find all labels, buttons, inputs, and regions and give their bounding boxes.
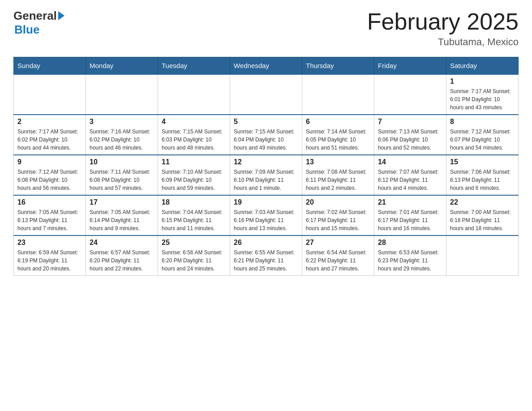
calendar-cell bbox=[86, 74, 158, 115]
day-info: Sunrise: 7:17 AM Sunset: 6:01 PM Dayligh… bbox=[450, 87, 515, 111]
day-info: Sunrise: 7:01 AM Sunset: 6:17 PM Dayligh… bbox=[378, 208, 442, 232]
day-number: 28 bbox=[378, 239, 442, 247]
day-info: Sunrise: 7:15 AM Sunset: 6:03 PM Dayligh… bbox=[162, 128, 226, 152]
day-info: Sunrise: 7:04 AM Sunset: 6:15 PM Dayligh… bbox=[162, 208, 226, 232]
day-number: 1 bbox=[450, 77, 515, 86]
logo: General Blue bbox=[13, 9, 64, 37]
month-title: February 2025 bbox=[367, 9, 519, 34]
day-number: 26 bbox=[234, 239, 298, 247]
day-number: 19 bbox=[234, 198, 298, 206]
day-number: 15 bbox=[450, 158, 515, 166]
calendar-cell: 10Sunrise: 7:11 AM Sunset: 6:08 PM Dayli… bbox=[86, 155, 158, 195]
day-info: Sunrise: 7:06 AM Sunset: 6:13 PM Dayligh… bbox=[450, 168, 515, 192]
page-header: General Blue February 2025 Tubutama, Mex… bbox=[13, 9, 519, 48]
day-info: Sunrise: 6:53 AM Sunset: 6:23 PM Dayligh… bbox=[378, 248, 442, 273]
day-number: 5 bbox=[234, 118, 298, 126]
day-number: 13 bbox=[306, 158, 370, 166]
day-number: 11 bbox=[162, 158, 226, 166]
day-number: 12 bbox=[234, 158, 298, 166]
logo-arrow-icon bbox=[58, 11, 64, 20]
calendar-cell: 23Sunrise: 6:59 AM Sunset: 6:19 PM Dayli… bbox=[14, 235, 86, 276]
calendar-cell: 11Sunrise: 7:10 AM Sunset: 6:09 PM Dayli… bbox=[158, 155, 230, 195]
day-number: 27 bbox=[306, 239, 370, 247]
day-info: Sunrise: 7:12 AM Sunset: 6:07 PM Dayligh… bbox=[450, 128, 515, 152]
day-info: Sunrise: 7:05 AM Sunset: 6:13 PM Dayligh… bbox=[17, 208, 82, 232]
col-header-tuesday: Tuesday bbox=[158, 57, 230, 75]
logo-general-text: General bbox=[13, 9, 57, 23]
calendar-cell: 3Sunrise: 7:16 AM Sunset: 6:02 PM Daylig… bbox=[86, 115, 158, 155]
day-number: 23 bbox=[17, 239, 82, 247]
day-number: 2 bbox=[17, 118, 82, 126]
day-info: Sunrise: 7:00 AM Sunset: 6:18 PM Dayligh… bbox=[450, 208, 515, 232]
week-row-1: 1Sunrise: 7:17 AM Sunset: 6:01 PM Daylig… bbox=[14, 74, 519, 115]
col-header-saturday: Saturday bbox=[446, 57, 519, 75]
day-info: Sunrise: 6:56 AM Sunset: 6:20 PM Dayligh… bbox=[162, 248, 226, 273]
calendar-cell bbox=[446, 235, 519, 276]
day-number: 14 bbox=[378, 158, 442, 166]
calendar-header-row: SundayMondayTuesdayWednesdayThursdayFrid… bbox=[14, 57, 519, 75]
day-number: 21 bbox=[378, 198, 442, 206]
calendar-cell bbox=[374, 74, 446, 115]
day-number: 22 bbox=[450, 198, 515, 206]
calendar-cell bbox=[230, 74, 302, 115]
col-header-thursday: Thursday bbox=[302, 57, 374, 75]
calendar-cell: 4Sunrise: 7:15 AM Sunset: 6:03 PM Daylig… bbox=[158, 115, 230, 155]
col-header-monday: Monday bbox=[86, 57, 158, 75]
day-info: Sunrise: 7:05 AM Sunset: 6:14 PM Dayligh… bbox=[90, 208, 154, 232]
week-row-5: 23Sunrise: 6:59 AM Sunset: 6:19 PM Dayli… bbox=[14, 235, 519, 276]
calendar-cell bbox=[302, 74, 374, 115]
day-number: 10 bbox=[90, 158, 154, 166]
day-info: Sunrise: 7:09 AM Sunset: 6:10 PM Dayligh… bbox=[234, 168, 298, 192]
col-header-wednesday: Wednesday bbox=[230, 57, 302, 75]
location-text: Tubutama, Mexico bbox=[367, 36, 519, 48]
week-row-2: 2Sunrise: 7:17 AM Sunset: 6:02 PM Daylig… bbox=[14, 115, 519, 155]
day-info: Sunrise: 7:02 AM Sunset: 6:17 PM Dayligh… bbox=[306, 208, 370, 232]
calendar-cell: 9Sunrise: 7:12 AM Sunset: 6:08 PM Daylig… bbox=[14, 155, 86, 195]
calendar-cell: 13Sunrise: 7:08 AM Sunset: 6:11 PM Dayli… bbox=[302, 155, 374, 195]
calendar-table: SundayMondayTuesdayWednesdayThursdayFrid… bbox=[13, 57, 519, 276]
calendar-cell: 1Sunrise: 7:17 AM Sunset: 6:01 PM Daylig… bbox=[446, 74, 519, 115]
day-info: Sunrise: 7:14 AM Sunset: 6:05 PM Dayligh… bbox=[306, 128, 370, 152]
day-number: 20 bbox=[306, 198, 370, 206]
week-row-4: 16Sunrise: 7:05 AM Sunset: 6:13 PM Dayli… bbox=[14, 195, 519, 235]
day-info: Sunrise: 6:57 AM Sunset: 6:20 PM Dayligh… bbox=[90, 248, 154, 273]
day-info: Sunrise: 7:07 AM Sunset: 6:12 PM Dayligh… bbox=[378, 168, 442, 192]
week-row-3: 9Sunrise: 7:12 AM Sunset: 6:08 PM Daylig… bbox=[14, 155, 519, 195]
day-info: Sunrise: 7:13 AM Sunset: 6:06 PM Dayligh… bbox=[378, 128, 442, 152]
calendar-cell: 25Sunrise: 6:56 AM Sunset: 6:20 PM Dayli… bbox=[158, 235, 230, 276]
day-number: 9 bbox=[17, 158, 82, 166]
col-header-sunday: Sunday bbox=[14, 57, 86, 75]
day-number: 16 bbox=[17, 198, 82, 206]
calendar-cell: 17Sunrise: 7:05 AM Sunset: 6:14 PM Dayli… bbox=[86, 195, 158, 235]
day-info: Sunrise: 7:10 AM Sunset: 6:09 PM Dayligh… bbox=[162, 168, 226, 192]
day-number: 3 bbox=[90, 118, 154, 126]
day-number: 25 bbox=[162, 239, 226, 247]
calendar-cell: 18Sunrise: 7:04 AM Sunset: 6:15 PM Dayli… bbox=[158, 195, 230, 235]
calendar-cell: 2Sunrise: 7:17 AM Sunset: 6:02 PM Daylig… bbox=[14, 115, 86, 155]
day-info: Sunrise: 6:55 AM Sunset: 6:21 PM Dayligh… bbox=[234, 248, 298, 273]
day-number: 7 bbox=[378, 118, 442, 126]
day-number: 24 bbox=[90, 239, 154, 247]
calendar-cell: 20Sunrise: 7:02 AM Sunset: 6:17 PM Dayli… bbox=[302, 195, 374, 235]
col-header-friday: Friday bbox=[374, 57, 446, 75]
calendar-cell: 7Sunrise: 7:13 AM Sunset: 6:06 PM Daylig… bbox=[374, 115, 446, 155]
day-info: Sunrise: 7:03 AM Sunset: 6:16 PM Dayligh… bbox=[234, 208, 298, 232]
day-number: 4 bbox=[162, 118, 226, 126]
calendar-cell: 24Sunrise: 6:57 AM Sunset: 6:20 PM Dayli… bbox=[86, 235, 158, 276]
day-info: Sunrise: 7:15 AM Sunset: 6:04 PM Dayligh… bbox=[234, 128, 298, 152]
day-info: Sunrise: 7:17 AM Sunset: 6:02 PM Dayligh… bbox=[17, 128, 82, 152]
day-info: Sunrise: 7:11 AM Sunset: 6:08 PM Dayligh… bbox=[90, 168, 154, 192]
logo-blue-text: Blue bbox=[14, 23, 39, 36]
calendar-cell: 19Sunrise: 7:03 AM Sunset: 6:16 PM Dayli… bbox=[230, 195, 302, 235]
calendar-cell: 22Sunrise: 7:00 AM Sunset: 6:18 PM Dayli… bbox=[446, 195, 519, 235]
calendar-cell: 14Sunrise: 7:07 AM Sunset: 6:12 PM Dayli… bbox=[374, 155, 446, 195]
day-number: 6 bbox=[306, 118, 370, 126]
day-info: Sunrise: 7:12 AM Sunset: 6:08 PM Dayligh… bbox=[17, 168, 82, 192]
day-number: 18 bbox=[162, 198, 226, 206]
calendar-cell: 27Sunrise: 6:54 AM Sunset: 6:22 PM Dayli… bbox=[302, 235, 374, 276]
day-info: Sunrise: 6:59 AM Sunset: 6:19 PM Dayligh… bbox=[17, 248, 82, 273]
calendar-cell: 8Sunrise: 7:12 AM Sunset: 6:07 PM Daylig… bbox=[446, 115, 519, 155]
day-number: 8 bbox=[450, 118, 515, 126]
calendar-cell: 28Sunrise: 6:53 AM Sunset: 6:23 PM Dayli… bbox=[374, 235, 446, 276]
calendar-cell: 12Sunrise: 7:09 AM Sunset: 6:10 PM Dayli… bbox=[230, 155, 302, 195]
